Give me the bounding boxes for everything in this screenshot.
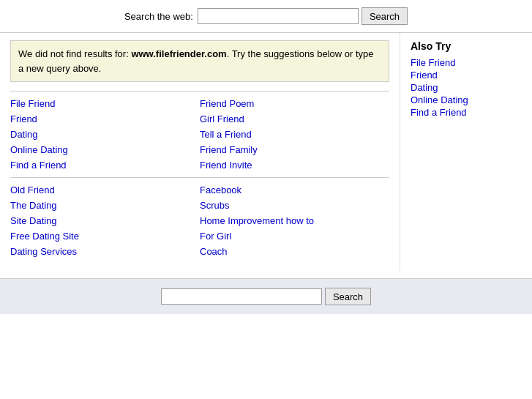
left-section: We did not find results for: www.filefri… — [0, 33, 400, 271]
also-try-links: File FriendFriendDatingOnline DatingFind… — [411, 56, 522, 119]
links-grid-1: File FriendFriend PoemFriendGirl FriendD… — [10, 97, 389, 171]
list-item[interactable]: Girl Friend — [200, 113, 389, 125]
notice-box: We did not find results for: www.filefri… — [10, 40, 389, 82]
top-search-bar: Search the web: Search — [0, 0, 532, 33]
list-item[interactable]: Find a Friend — [10, 159, 200, 171]
search-label: Search the web: — [124, 11, 193, 22]
list-item[interactable]: Home Improvement how to — [200, 215, 389, 227]
bottom-search-bar: Search — [0, 278, 532, 314]
bottom-search-button[interactable]: Search — [325, 288, 371, 305]
list-item[interactable]: Tell a Friend — [200, 128, 389, 141]
also-try-link[interactable]: Find a Friend — [411, 106, 522, 119]
notice-domain: www.filefriender.com — [131, 48, 226, 59]
also-try-link[interactable]: Dating — [411, 81, 522, 94]
list-item[interactable]: Coach — [200, 245, 389, 258]
bottom-search-input[interactable] — [161, 288, 322, 305]
list-item[interactable]: Facebook — [200, 184, 389, 196]
list-item[interactable]: Dating — [10, 128, 200, 141]
links-section-1: File FriendFriend PoemFriendGirl FriendD… — [10, 91, 389, 171]
list-item[interactable]: Scrubs — [200, 199, 389, 212]
also-try-title: Also Try — [411, 40, 522, 52]
list-item[interactable]: Friend Poem — [200, 97, 389, 110]
list-item[interactable]: Friend Invite — [200, 159, 389, 171]
list-item[interactable]: Free Dating Site — [10, 230, 200, 242]
also-try-link[interactable]: Friend — [411, 69, 522, 81]
list-item[interactable]: The Dating — [10, 199, 200, 212]
list-item[interactable]: Dating Services — [10, 245, 200, 258]
top-search-input[interactable] — [198, 8, 359, 24]
links-grid-2: Old FriendFacebookThe DatingScrubsSite D… — [10, 184, 389, 258]
right-sidebar: Also Try File FriendFriendDatingOnline D… — [400, 33, 532, 271]
list-item[interactable]: File Friend — [10, 97, 200, 110]
list-item[interactable]: Friend — [10, 113, 200, 125]
list-item[interactable]: Old Friend — [10, 184, 200, 196]
links-section-2: Old FriendFacebookThe DatingScrubsSite D… — [10, 177, 389, 258]
top-search-button[interactable]: Search — [361, 7, 408, 25]
also-try-link[interactable]: File Friend — [411, 56, 522, 69]
notice-prefix: We did not find results for: — [18, 48, 131, 59]
also-try-link[interactable]: Online Dating — [411, 94, 522, 106]
main-content: We did not find results for: www.filefri… — [0, 33, 532, 271]
list-item[interactable]: Online Dating — [10, 143, 200, 156]
list-item[interactable]: Site Dating — [10, 215, 200, 227]
list-item[interactable]: Friend Family — [200, 143, 389, 156]
list-item[interactable]: For Girl — [200, 230, 389, 242]
